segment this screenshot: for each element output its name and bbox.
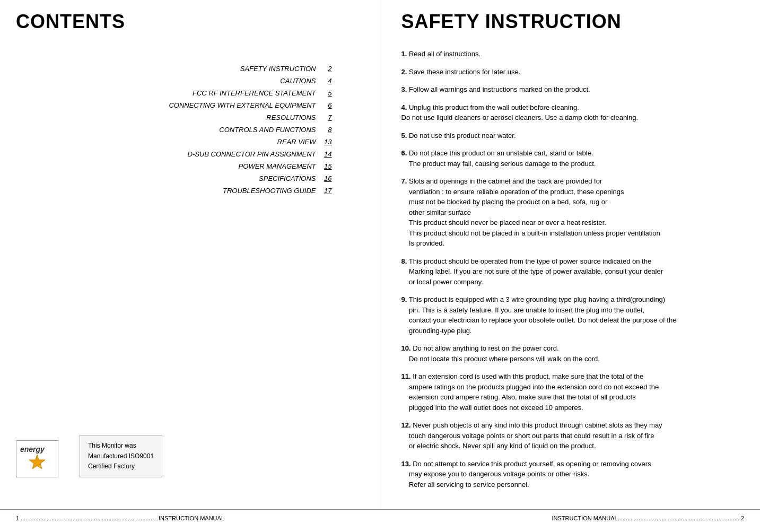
safety-num: 6. [401, 149, 407, 157]
footer-left-page: 1 [16, 515, 19, 521]
safety-item: 12. Never push objects of any kind into … [401, 420, 739, 451]
iso-line1: This Monitor was [88, 441, 154, 451]
iso-line2: Manufactured ISO9001 [88, 451, 154, 461]
toc-label: FCC RF INTERFERENCE STATEMENT [193, 89, 316, 97]
toc-row: SPECIFICATIONS 16 [120, 175, 332, 182]
safety-item: 5. Do not use this product near water. [401, 130, 739, 141]
safety-item: 3. Follow all warnings and instructions … [401, 84, 739, 95]
contents-title: CONTENTS [16, 11, 364, 33]
toc-label: D-SUB CONNECTOR PIN ASSIGNMENT [188, 150, 316, 158]
footer-right-page: 2 [741, 515, 744, 521]
safety-items: 1. Read all of instructions.2. Save thes… [401, 49, 739, 490]
toc-row: CONTROLS AND FUNCTIONS 8 [120, 126, 332, 134]
safety-num: 9. [401, 295, 407, 303]
toc-page-num[interactable]: 14 [321, 150, 332, 158]
safety-item: 6. Do not place this product on an unsta… [401, 148, 739, 169]
toc-label: SPECIFICATIONS [259, 175, 316, 182]
toc-row: FCC RF INTERFERENCE STATEMENT 5 [120, 89, 332, 97]
footer-right: INSTRUCTION MANUAL......................… [380, 515, 745, 521]
toc-row: D-SUB CONNECTOR PIN ASSIGNMENT 14 [120, 150, 332, 158]
safety-num: 3. [401, 85, 407, 93]
svg-text:energy: energy [20, 445, 45, 453]
iso-line3: Certified Factory [88, 461, 154, 472]
toc-page-num[interactable]: 6 [321, 101, 332, 109]
table-of-contents: SAFETY INSTRUCTION 2 CAUTIONS 4 FCC RF I… [120, 65, 332, 195]
safety-instruction-title: SAFETY INSTRUCTION [401, 11, 739, 33]
safety-item: 1. Read all of instructions. [401, 49, 739, 59]
toc-page-num[interactable]: 5 [321, 89, 332, 97]
safety-num: 10. [401, 344, 411, 352]
safety-item: 13. Do not attempt to service this produ… [401, 459, 739, 490]
toc-page-num[interactable]: 4 [321, 77, 332, 85]
toc-label: CONTROLS AND FUNCTIONS [219, 126, 316, 134]
safety-item: 11. If an extension cord is used with th… [401, 371, 739, 413]
safety-item: 9. This product is equipped with a 3 wir… [401, 294, 739, 336]
toc-label: CONNECTING WITH EXTERNAL EQUIPMENT [169, 101, 316, 109]
safety-item: 10. Do not allow anything to rest on the… [401, 343, 739, 364]
toc-label: SAFETY INSTRUCTION [240, 65, 316, 73]
safety-num: 2. [401, 68, 407, 76]
toc-label: POWER MANAGEMENT [239, 162, 316, 170]
toc-page-num[interactable]: 8 [321, 126, 332, 134]
toc-label: CAUTIONS [280, 77, 316, 85]
toc-page-num[interactable]: 17 [321, 187, 332, 195]
energy-star-logo: energy [16, 440, 58, 477]
safety-num: 13. [401, 460, 411, 468]
toc-page-num[interactable]: 15 [321, 162, 332, 170]
safety-num: 1. [401, 50, 407, 58]
toc-page-num[interactable]: 16 [321, 175, 332, 182]
safety-num: 4. [401, 103, 407, 111]
toc-row: REAR VIEW 13 [120, 138, 332, 146]
safety-item: 2. Save these instructions for later use… [401, 67, 739, 77]
toc-row: RESOLUTIONS 7 [120, 114, 332, 121]
footer-left-text: ........................................… [21, 515, 224, 521]
safety-num: 11. [401, 372, 411, 380]
iso-certification-box: This Monitor was Manufactured ISO9001 Ce… [80, 435, 162, 477]
right-panel: SAFETY INSTRUCTION 1. Read all of instru… [380, 0, 761, 509]
safety-num: 5. [401, 132, 407, 139]
toc-page-num[interactable]: 7 [321, 114, 332, 121]
toc-row: POWER MANAGEMENT 15 [120, 162, 332, 170]
toc-label: TROUBLESHOOTING GUIDE [223, 187, 316, 195]
safety-num: 8. [401, 257, 407, 265]
safety-num: 7. [401, 177, 407, 185]
safety-item: 4. Unplug this product from the wall out… [401, 102, 739, 123]
safety-item: 8. This product should be operated from … [401, 256, 739, 287]
footer-right-text: INSTRUCTION MANUAL......................… [552, 515, 739, 521]
toc-row: CAUTIONS 4 [120, 77, 332, 85]
left-panel: CONTENTS SAFETY INSTRUCTION 2 CAUTIONS 4… [0, 0, 380, 509]
toc-page-num[interactable]: 13 [321, 138, 332, 146]
toc-page-num[interactable]: 2 [321, 65, 332, 73]
toc-row: TROUBLESHOOTING GUIDE 17 [120, 187, 332, 195]
safety-item: 7. Slots and openings in the cabinet and… [401, 176, 739, 249]
toc-row: SAFETY INSTRUCTION 2 [120, 65, 332, 73]
footer-left: 1 ......................................… [16, 515, 380, 521]
toc-row: CONNECTING WITH EXTERNAL EQUIPMENT 6 [120, 101, 332, 109]
toc-label: RESOLUTIONS [266, 114, 316, 121]
toc-label: REAR VIEW [277, 138, 316, 146]
safety-num: 12. [401, 421, 411, 429]
footer: 1 ......................................… [0, 509, 760, 527]
